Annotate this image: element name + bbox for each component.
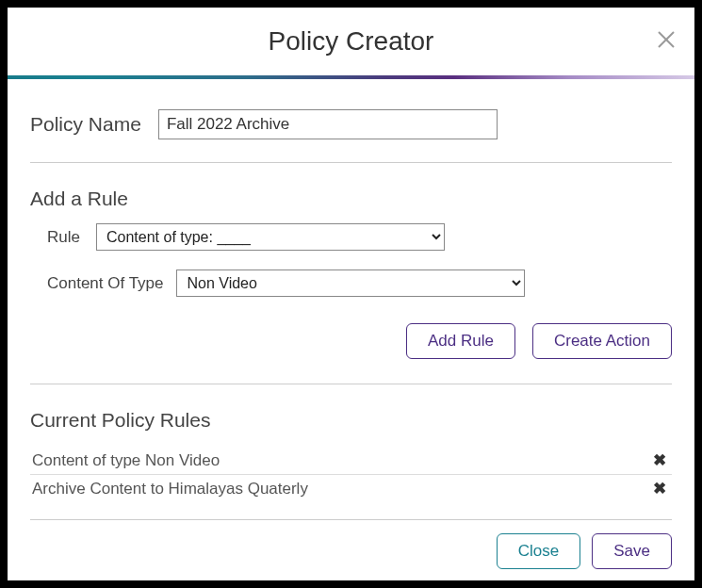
policy-name-input[interactable] xyxy=(158,109,498,139)
dialog-title: Policy Creator xyxy=(269,26,434,57)
delete-icon[interactable]: ✖ xyxy=(649,450,670,470)
divider xyxy=(30,519,672,520)
add-rule-section: Add a Rule Rule Content of type: ____ Co… xyxy=(30,163,672,384)
add-rule-button-row: Add Rule Create Action xyxy=(30,316,672,367)
rule-list: Content of type Non Video ✖ Archive Cont… xyxy=(30,445,672,504)
rule-item: Archive Content to Himalayas Quaterly ✖ xyxy=(30,474,672,502)
rule-select[interactable]: Content of type: ____ xyxy=(96,223,445,251)
policy-name-label: Policy Name xyxy=(30,113,141,136)
policy-name-row: Policy Name xyxy=(30,79,672,162)
content-type-select[interactable]: Non Video xyxy=(176,270,525,297)
policy-creator-dialog: Policy Creator Policy Name Add a Rule Ru… xyxy=(8,8,694,580)
rule-item: Content of type Non Video ✖ xyxy=(30,447,672,474)
content-type-row: Content Of Type Non Video xyxy=(30,270,672,297)
current-rules-section: Current Policy Rules Content of type Non… xyxy=(30,384,672,510)
close-button[interactable]: Close xyxy=(497,533,580,569)
rule-item-text: Content of type Non Video xyxy=(32,451,220,470)
add-rule-heading: Add a Rule xyxy=(30,188,672,210)
create-action-button[interactable]: Create Action xyxy=(532,323,672,359)
add-rule-button[interactable]: Add Rule xyxy=(406,323,515,359)
dialog-footer: Close Save xyxy=(30,519,672,569)
save-button[interactable]: Save xyxy=(592,533,672,569)
delete-icon[interactable]: ✖ xyxy=(649,479,670,498)
rule-label: Rule xyxy=(47,228,83,247)
content-type-label: Content Of Type xyxy=(47,274,163,293)
rule-item-text: Archive Content to Himalayas Quaterly xyxy=(32,480,308,498)
rule-row: Rule Content of type: ____ xyxy=(30,223,672,251)
close-icon[interactable] xyxy=(655,28,678,51)
dialog-header: Policy Creator xyxy=(8,8,694,75)
current-rules-heading: Current Policy Rules xyxy=(30,409,672,432)
